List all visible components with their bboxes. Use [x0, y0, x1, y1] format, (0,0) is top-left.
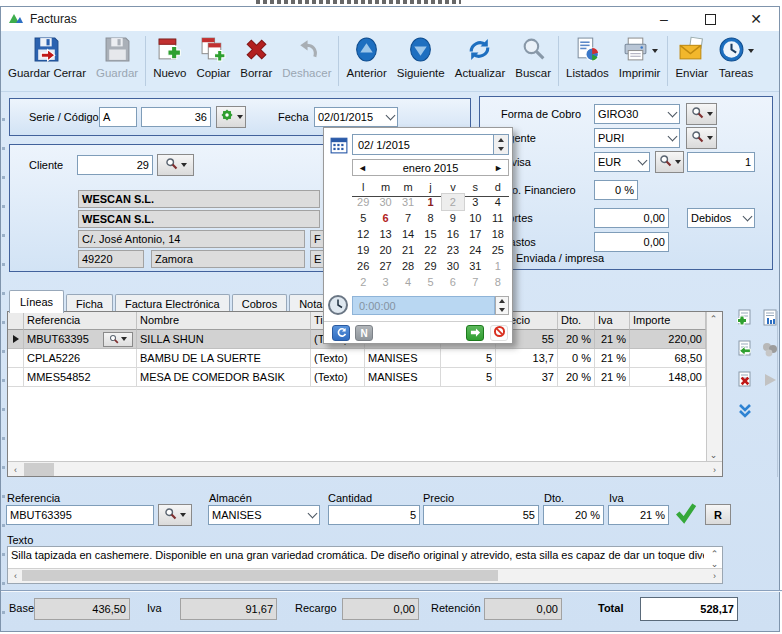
calendar-day[interactable]: 10 — [464, 210, 486, 226]
header-nombre[interactable]: Nombre — [137, 312, 311, 330]
cliente-nombre-comercial-field[interactable]: WESCAN S.L. — [78, 210, 320, 228]
calendar-day[interactable]: 6 — [374, 210, 396, 226]
scroll-down-icon[interactable]: ⌄ — [707, 448, 720, 461]
scroll-left-icon[interactable]: ‹ — [9, 569, 22, 582]
cambio-input[interactable]: 1 — [687, 152, 755, 172]
calendar-day[interactable]: 25 — [487, 242, 509, 258]
calendar-day[interactable]: 24 — [464, 242, 486, 258]
tab-lineas[interactable]: Líneas — [9, 290, 64, 313]
calendar-day[interactable]: 22 — [419, 242, 441, 258]
calendar-day[interactable]: 7 — [464, 274, 486, 290]
cell[interactable]: 220,00 — [630, 330, 706, 349]
cell[interactable]: (Texto) — [311, 349, 365, 368]
edit-referencia-buscar-button[interactable] — [158, 504, 192, 526]
imprimir-dropdown-caret[interactable] — [652, 49, 658, 53]
tareas-dropdown-caret[interactable] — [748, 49, 754, 53]
cell[interactable]: BAMBU DE LA SUERTE — [137, 349, 311, 368]
cell[interactable]: 37 — [496, 368, 558, 387]
calendar-day[interactable]: 17 — [464, 226, 486, 242]
accept-date-button[interactable] — [466, 325, 484, 341]
spin-down-icon[interactable] — [499, 308, 505, 312]
calendar-day[interactable]: 2 — [442, 194, 464, 210]
calendar-day[interactable]: 29 — [419, 258, 441, 274]
cell[interactable]: MBUT63395 — [24, 330, 137, 349]
calendar-day[interactable]: 7 — [397, 210, 419, 226]
portes-tipo-combobox[interactable]: Debidos — [687, 208, 755, 228]
maximize-button[interactable] — [687, 7, 733, 31]
cliente-poblacion-field[interactable]: Zamora — [151, 250, 305, 268]
toolbar-button-nuevo[interactable]: Nuevo — [148, 32, 191, 90]
cell[interactable]: 0 % — [558, 349, 595, 368]
calendar-day[interactable]: 3 — [374, 274, 396, 290]
calendar-day[interactable]: 12 — [352, 226, 374, 242]
codigo-input[interactable]: 36 — [141, 107, 211, 127]
cliente-nombre-field[interactable]: WESCAN S.L. — [78, 190, 320, 208]
cell[interactable]: 68,50 — [630, 349, 706, 368]
r-button[interactable]: R — [705, 504, 731, 525]
gastos-input[interactable]: 0,00 — [594, 232, 669, 252]
edit-iva-input[interactable]: 21 % — [608, 505, 669, 525]
calendar-day[interactable]: 31 — [464, 258, 486, 274]
calendar-day[interactable]: 8 — [419, 210, 441, 226]
calendar-day[interactable]: 20 — [374, 242, 396, 258]
toolbar-button-imprimir[interactable]: Imprimir — [614, 32, 666, 90]
prev-month-icon[interactable]: ◄ — [353, 163, 372, 173]
calendar-day[interactable]: 31 — [397, 194, 419, 210]
calendar-day[interactable]: 26 — [352, 258, 374, 274]
calendar-day[interactable]: 9 — [442, 210, 464, 226]
close-button[interactable]: ✕ — [733, 7, 779, 31]
spin-up-icon[interactable] — [499, 299, 505, 303]
calendar-day[interactable]: 1 — [419, 194, 441, 210]
calendar-day[interactable]: 30 — [374, 194, 396, 210]
cliente-buscar-button[interactable] — [157, 154, 194, 176]
calendar-day[interactable]: 1 — [487, 258, 509, 274]
cell[interactable]: MANISES — [365, 349, 441, 368]
cliente-cp-field[interactable]: 49220 — [78, 250, 144, 268]
fecha-combobox[interactable]: 02/01/2015 — [314, 107, 398, 127]
forma-cobro-buscar-button[interactable] — [686, 103, 717, 125]
next-month-icon[interactable]: ► — [489, 163, 508, 173]
cell[interactable] — [8, 368, 24, 387]
texto-textarea[interactable]: Silla tapizada en cashemere. Disponible … — [7, 546, 723, 584]
texto-horizontal-scrollbar[interactable]: ‹ › — [8, 568, 722, 583]
date-spinner[interactable] — [493, 135, 508, 154]
cliente-codigo-input[interactable]: 29 — [77, 155, 153, 175]
cell[interactable]: MESA DE COMEDOR BASIK — [137, 368, 311, 387]
cell[interactable]: 5 — [441, 349, 496, 368]
scroll-left-icon[interactable]: ‹ — [9, 463, 22, 476]
time-spinner[interactable] — [495, 296, 509, 315]
calendar-day[interactable]: 15 — [419, 226, 441, 242]
table-row[interactable]: MMES54852 MESA DE COMEDOR BASIK (Texto) … — [8, 368, 722, 387]
calendar-day[interactable]: 18 — [487, 226, 509, 242]
header-iva[interactable]: Iva — [595, 312, 630, 330]
toolbar-button-copiar[interactable]: Copiar — [191, 32, 235, 90]
cell[interactable]: MANISES — [365, 368, 441, 387]
cell[interactable]: 13,7 — [496, 349, 558, 368]
scroll-right-icon[interactable]: › — [708, 463, 721, 476]
scrollbar-thumb[interactable] — [24, 463, 54, 476]
forma-cobro-combobox[interactable]: GIRO30 — [594, 104, 680, 124]
scrollbar-thumb[interactable] — [22, 570, 498, 581]
play-icon[interactable] — [761, 371, 779, 393]
insert-line-icon[interactable] — [736, 340, 754, 362]
calendar-day[interactable]: 5 — [419, 274, 441, 290]
table-row[interactable]: CPLA5226 BAMBU DE LA SUERTE (Texto) MANI… — [8, 349, 722, 368]
toolbar-button-enviar[interactable]: Enviar — [670, 32, 713, 90]
spin-up-icon[interactable] — [498, 138, 504, 142]
divisa-buscar-button[interactable] — [655, 151, 684, 173]
toolbar-button-deshacer[interactable]: Deshacer — [277, 32, 336, 90]
calendar-day[interactable]: 13 — [374, 226, 396, 242]
cell[interactable]: 20 % — [558, 368, 595, 387]
header-importe[interactable]: Importe — [630, 312, 706, 330]
calendar-day[interactable]: 4 — [487, 194, 509, 210]
calendar-day[interactable]: 16 — [442, 226, 464, 242]
calendar-day[interactable]: 28 — [397, 258, 419, 274]
today-button[interactable] — [332, 325, 350, 341]
calendar-day[interactable]: 14 — [397, 226, 419, 242]
calendar-day[interactable]: 2 — [352, 274, 374, 290]
grid-vertical-scrollbar[interactable]: ⌃ ⌄ — [706, 312, 722, 461]
dto-financiero-input[interactable]: 0 % — [594, 180, 638, 200]
toolbar-button-buscar[interactable]: Buscar — [510, 32, 556, 90]
agente-buscar-button[interactable] — [686, 127, 717, 149]
cell[interactable]: SILLA SHUN — [137, 330, 311, 349]
